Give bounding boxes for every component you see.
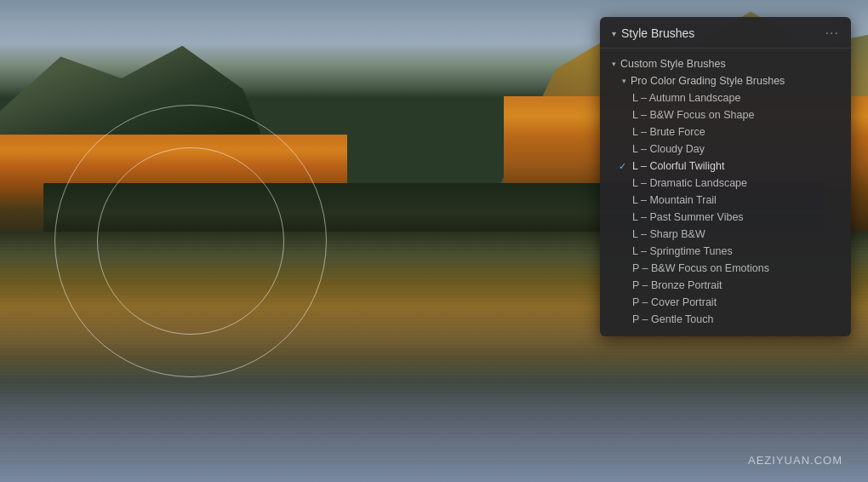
panel-menu-button[interactable]: ··· bbox=[825, 26, 839, 41]
panel-title: Style Brushes bbox=[621, 26, 694, 40]
brush-label: L – Dramatic Landscape bbox=[632, 177, 747, 189]
brush-label: L – Autumn Landscape bbox=[632, 92, 740, 104]
brush-label: L – Colorful Twilight bbox=[632, 160, 724, 172]
brush-item-colorful-twilight[interactable]: ✓L – Colorful Twilight bbox=[600, 158, 851, 175]
brush-item-springtime-tunes[interactable]: L – Springtime Tunes bbox=[600, 243, 851, 260]
check-mark-icon: ✓ bbox=[619, 161, 626, 172]
brush-list: L – Autumn LandscapeL – B&W Focus on Sha… bbox=[600, 89, 851, 328]
brush-label: P – B&W Focus on Emotions bbox=[632, 262, 769, 274]
panel-header: ▾ Style Brushes ··· bbox=[600, 17, 851, 49]
brush-label: L – Sharp B&W bbox=[632, 228, 705, 240]
brush-item-dramatic-landscape[interactable]: L – Dramatic Landscape bbox=[600, 175, 851, 192]
brush-label: L – Brute Force bbox=[632, 126, 705, 138]
pro-section-chevron: ▾ bbox=[622, 77, 626, 85]
brush-label: P – Bronze Portrait bbox=[632, 279, 722, 291]
custom-style-brushes-section[interactable]: ▾ Custom Style Brushes bbox=[600, 55, 851, 72]
brush-item-cloudy-day[interactable]: L – Cloudy Day bbox=[600, 141, 851, 158]
brush-item-brute-force[interactable]: L – Brute Force bbox=[600, 123, 851, 141]
brush-label: P – Cover Portrait bbox=[632, 296, 717, 308]
brush-item-gentle-touch[interactable]: P – Gentle Touch bbox=[600, 311, 851, 328]
pro-section-label: Pro Color Grading Style Brushes bbox=[631, 75, 785, 87]
brush-item-sharp-bw[interactable]: L – Sharp B&W bbox=[600, 226, 851, 243]
brush-label: P – Gentle Touch bbox=[632, 313, 713, 325]
style-brushes-panel: ▾ Style Brushes ··· ▾ Custom Style Brush… bbox=[600, 17, 851, 336]
brush-item-mountain-trail[interactable]: L – Mountain Trail bbox=[600, 192, 851, 209]
custom-section-label: Custom Style Brushes bbox=[620, 58, 726, 70]
brush-item-autumn-landscape[interactable]: L – Autumn Landscape bbox=[600, 89, 851, 106]
brush-item-bw-focus-shape[interactable]: L – B&W Focus on Shape bbox=[600, 106, 851, 123]
watermark: AEZIYUAN.COM bbox=[748, 454, 842, 467]
panel-title-area: ▾ Style Brushes bbox=[612, 26, 694, 40]
panel-chevron-icon: ▾ bbox=[612, 29, 616, 38]
pro-color-grading-section[interactable]: ▾ Pro Color Grading Style Brushes bbox=[600, 72, 851, 89]
brush-item-bw-focus-emotions[interactable]: P – B&W Focus on Emotions bbox=[600, 260, 851, 277]
circle-inner bbox=[97, 147, 284, 335]
panel-body: ▾ Custom Style Brushes ▾ Pro Color Gradi… bbox=[600, 49, 851, 336]
brush-item-past-summer-vibes[interactable]: L – Past Summer Vibes bbox=[600, 209, 851, 226]
brush-label: L – B&W Focus on Shape bbox=[632, 109, 754, 121]
brush-label: L – Cloudy Day bbox=[632, 143, 705, 155]
brush-label: L – Springtime Tunes bbox=[632, 245, 733, 257]
brush-label: L – Past Summer Vibes bbox=[632, 211, 744, 223]
brush-item-cover-portrait[interactable]: P – Cover Portrait bbox=[600, 294, 851, 311]
custom-section-chevron: ▾ bbox=[612, 60, 616, 68]
brush-item-bronze-portrait[interactable]: P – Bronze Portrait bbox=[600, 277, 851, 294]
brush-label: L – Mountain Trail bbox=[632, 194, 717, 206]
